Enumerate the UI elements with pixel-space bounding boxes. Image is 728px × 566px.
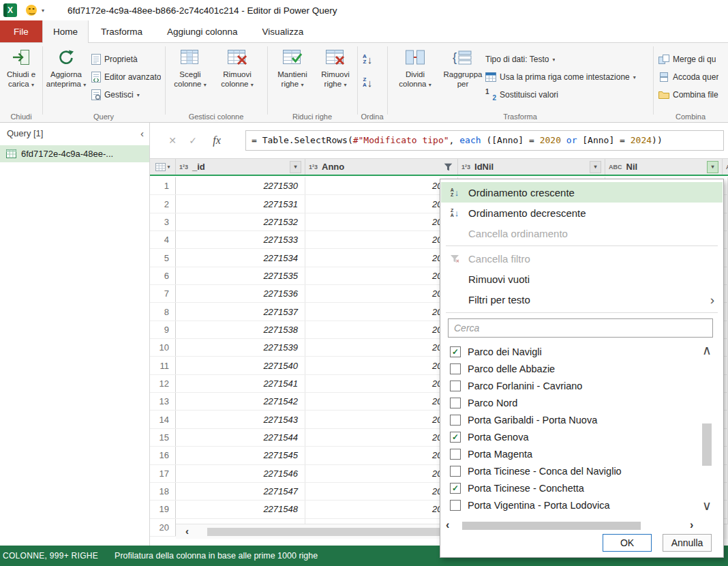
split-column-button[interactable]: Dividi colonna ▾ xyxy=(394,44,436,108)
cell-anno[interactable]: 2020 xyxy=(305,357,458,374)
cell-anno[interactable]: 2020 xyxy=(305,501,458,518)
checkbox-unchecked-icon[interactable] xyxy=(450,363,461,374)
checkbox-checked-icon[interactable]: ✓ xyxy=(450,432,461,443)
checkbox-unchecked-icon[interactable] xyxy=(450,449,461,460)
cancel-button[interactable]: Annulla xyxy=(663,534,712,552)
column-dropdown-icon[interactable]: ▾ xyxy=(590,161,601,173)
qat-dropdown-icon[interactable]: ▾ xyxy=(42,8,44,14)
cell-anno[interactable]: 2020 xyxy=(305,321,458,338)
row-number[interactable]: 8 xyxy=(150,303,176,320)
checkbox-unchecked-icon[interactable] xyxy=(450,500,461,511)
cell-anno[interactable]: 2020 xyxy=(305,465,458,482)
cell-id[interactable]: 2271541 xyxy=(176,375,305,392)
filter-value-option[interactable]: ✓Porta Genova xyxy=(444,428,693,445)
cell-anno[interactable]: 2020 xyxy=(305,393,458,410)
advanced-editor-button[interactable]: Editor avanzato xyxy=(91,69,161,85)
row-number[interactable]: 7 xyxy=(150,285,176,302)
row-number[interactable]: 13 xyxy=(150,393,176,410)
row-number[interactable]: 3 xyxy=(150,213,176,230)
fx-icon[interactable]: fx xyxy=(203,134,230,147)
menu-item-text-filters[interactable]: Filtri per testo › xyxy=(441,289,723,310)
combine-files-button[interactable]: Combina file xyxy=(658,87,718,103)
filter-value-option[interactable]: Porta Vigentina - Porta Lodovica xyxy=(444,496,693,513)
filter-value-option[interactable]: Parco Forlanini - Cavriano xyxy=(444,377,693,394)
cell-id[interactable]: 2271533 xyxy=(176,231,305,248)
scroll-right-icon[interactable]: › xyxy=(690,519,693,531)
refresh-preview-button[interactable]: Aggiorna anteprima ▾ xyxy=(44,44,89,108)
cell-anno[interactable]: 2020 xyxy=(305,429,458,446)
cell-anno[interactable]: 2020 xyxy=(305,375,458,392)
properties-button[interactable]: Proprietà xyxy=(91,51,138,68)
cell-id[interactable]: 2271548 xyxy=(176,501,305,518)
filter-list-horizontal-scrollbar[interactable]: ‹ › xyxy=(446,519,709,533)
cell-anno[interactable]: 2020 xyxy=(305,249,458,266)
scroll-left-icon[interactable]: ‹ xyxy=(185,525,189,537)
remove-rows-button[interactable]: Rimuovi righe ▾ xyxy=(315,44,356,108)
first-row-as-header-button[interactable]: Usa la prima riga come intestazione ▾ xyxy=(485,69,636,85)
choose-columns-button[interactable]: Scegli colonne ▾ xyxy=(169,44,211,108)
column-dropdown-icon[interactable]: ▾ xyxy=(290,161,301,173)
formula-input[interactable]: = Table.SelectRows(#"Modificato tipo", e… xyxy=(245,130,724,151)
cell-id[interactable]: 2271539 xyxy=(176,339,305,356)
column-header-id[interactable]: 1²3 _id ▾ xyxy=(176,159,305,175)
row-number[interactable]: 18 xyxy=(150,483,176,500)
cell-id[interactable]: 2271544 xyxy=(176,429,305,446)
filter-value-option[interactable]: Parco delle Abbazie xyxy=(444,360,693,377)
tab-home[interactable]: Home xyxy=(42,20,89,42)
cell-anno[interactable]: 2020 xyxy=(305,411,458,428)
filter-value-option[interactable]: Porta Magenta xyxy=(444,445,693,462)
filter-value-option[interactable]: Porta Ticinese - Conca del Naviglio xyxy=(444,462,693,479)
scroll-up-icon[interactable]: ∧ xyxy=(699,343,715,358)
filter-list-scrollbar[interactable]: ∧ ∨ xyxy=(699,343,715,513)
row-number[interactable]: 14 xyxy=(150,411,176,428)
cell-id[interactable]: 2271531 xyxy=(176,195,305,212)
scroll-down-icon[interactable]: ∨ xyxy=(699,498,715,513)
tab-aggiungi-colonna[interactable]: Aggiungi colonna xyxy=(155,20,250,42)
cell-anno[interactable]: 2020 xyxy=(305,267,458,284)
row-number[interactable]: 2 xyxy=(150,195,176,212)
filter-value-option[interactable]: ✓Porta Ticinese - Conchetta xyxy=(444,479,693,496)
merge-queries-button[interactable]: Merge di qu xyxy=(658,51,716,68)
filter-value-option[interactable]: ✓Parco dei Navigli xyxy=(444,343,693,360)
column-header-idnil[interactable]: 1²3 IdNil ▾ xyxy=(458,159,605,175)
number-type-icon[interactable]: 1²3 xyxy=(309,164,318,170)
scrollbar-thumb[interactable] xyxy=(207,528,442,536)
checkbox-unchecked-icon[interactable] xyxy=(450,398,461,408)
scrollbar-thumb[interactable] xyxy=(462,522,641,530)
cell-id[interactable]: 2271546 xyxy=(176,465,305,482)
row-number[interactable]: 9 xyxy=(150,321,176,338)
group-by-button[interactable]: { Raggruppa per xyxy=(440,44,485,108)
sort-ascending-button[interactable]: AZ↓ xyxy=(363,51,372,68)
row-number[interactable]: 17 xyxy=(150,465,176,482)
cell-anno[interactable]: 2020 xyxy=(305,303,458,320)
cell-id[interactable]: 2271542 xyxy=(176,393,305,410)
checkbox-unchecked-icon[interactable] xyxy=(450,466,461,477)
column-header-anno[interactable]: 1²3 Anno xyxy=(305,159,458,175)
cell-id[interactable]: 2271537 xyxy=(176,303,305,320)
row-number[interactable]: 6 xyxy=(150,267,176,284)
cell-id[interactable]: 2271532 xyxy=(176,213,305,230)
scrollbar-thumb[interactable] xyxy=(702,423,712,466)
cell-anno[interactable]: 2020 xyxy=(305,213,458,230)
column-dropdown-open-icon[interactable]: ▾ xyxy=(707,161,718,173)
row-number[interactable]: 19 xyxy=(150,501,176,518)
cell-id[interactable]: 2271530 xyxy=(176,177,305,194)
filter-search-input[interactable] xyxy=(448,318,713,338)
checkbox-unchecked-icon[interactable] xyxy=(450,415,461,426)
text-type-icon[interactable]: ABC xyxy=(609,164,622,170)
checkbox-checked-icon[interactable]: ✓ xyxy=(450,483,461,494)
tab-visualizza[interactable]: Visualizza xyxy=(250,20,316,42)
checkbox-checked-icon[interactable]: ✓ xyxy=(450,346,461,357)
close-and-load-button[interactable]: Chiudi e carica ▾ xyxy=(1,44,41,108)
remove-columns-button[interactable]: Rimuovi colonne ▾ xyxy=(213,44,262,108)
data-type-button[interactable]: Tipo di dati: Testo ▾ xyxy=(485,51,555,68)
cell-anno[interactable]: 2020 xyxy=(305,483,458,500)
filter-value-option[interactable]: Parco Nord xyxy=(444,394,693,411)
filter-applied-icon[interactable] xyxy=(442,161,454,173)
filter-value-option[interactable]: Porta Garibaldi - Porta Nuova xyxy=(444,411,693,428)
row-number[interactable]: 16 xyxy=(150,447,176,464)
cell-id[interactable]: 2271540 xyxy=(176,357,305,374)
row-number[interactable]: 1 xyxy=(150,177,176,194)
cell-anno[interactable]: 2020 xyxy=(305,339,458,356)
cell-id[interactable]: 2271538 xyxy=(176,321,305,338)
